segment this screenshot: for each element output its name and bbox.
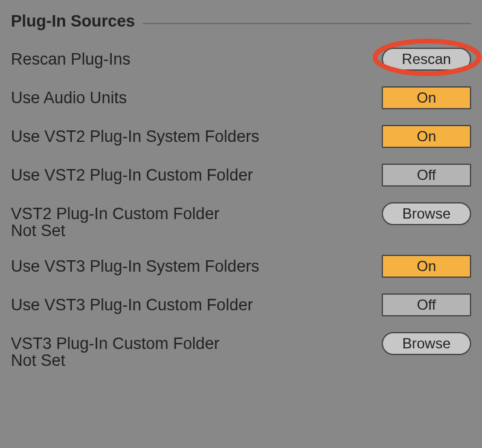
vst2-browse-button[interactable]: Browse [382, 202, 471, 225]
row-vst3-custom-path: VST3 Plug-In Custom Folder Browse [11, 331, 471, 356]
row-vst2-custom-path: VST2 Plug-In Custom Folder Browse [11, 201, 471, 226]
vst3-custom-toggle-label: Use VST3 Plug-In Custom Folder [11, 296, 253, 315]
row-vst3-system: Use VST3 Plug-In System Folders On [11, 254, 471, 279]
vst2-custom-path-label: VST2 Plug-In Custom Folder [11, 205, 219, 223]
vst3-system-toggle[interactable]: On [382, 255, 471, 278]
vst3-custom-path-label: VST3 Plug-In Custom Folder [11, 334, 219, 353]
vst2-system-toggle[interactable]: On [382, 125, 471, 148]
rescan-button[interactable]: Rescan [382, 48, 471, 71]
row-vst2-system: Use VST2 Plug-In System Folders On [11, 124, 471, 149]
audio-units-toggle[interactable]: On [382, 86, 471, 109]
row-audio-units: Use Audio Units On [11, 85, 471, 110]
section-title: Plug-In Sources [11, 12, 135, 31]
vst3-system-label: Use VST3 Plug-In System Folders [11, 257, 259, 276]
vst2-system-label: Use VST2 Plug-In System Folders [11, 127, 259, 146]
row-vst2-custom-toggle: Use VST2 Plug-In Custom Folder Off [11, 162, 471, 188]
section-header: Plug-In Sources [11, 12, 471, 31]
vst3-custom-toggle[interactable]: Off [382, 293, 471, 316]
rescan-label: Rescan Plug-Ins [11, 50, 130, 69]
audio-units-label: Use Audio Units [11, 89, 127, 107]
vst2-custom-toggle-label: Use VST2 Plug-In Custom Folder [11, 166, 253, 185]
row-vst3-custom-toggle: Use VST3 Plug-In Custom Folder Off [11, 292, 471, 318]
row-rescan: Rescan Plug-Ins Rescan [11, 46, 471, 72]
section-divider [143, 23, 471, 24]
vst2-custom-toggle[interactable]: Off [382, 164, 471, 187]
vst3-browse-button[interactable]: Browse [382, 332, 471, 355]
